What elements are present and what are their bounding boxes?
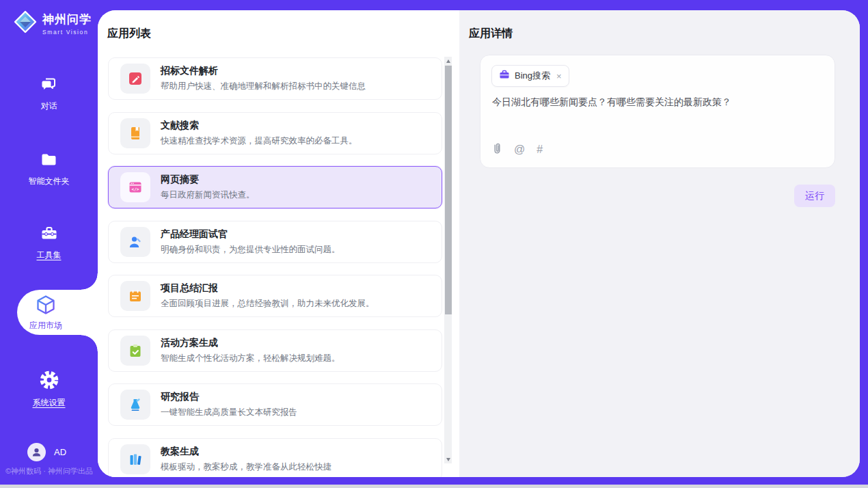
sidebar-item-app-market[interactable]: 应用市场 [17, 290, 98, 335]
scroll-up-icon [446, 59, 450, 63]
sidebar-item-label: 系统设置 [33, 397, 66, 409]
input-toolbar: @ # [492, 142, 543, 157]
scroll-down-button[interactable] [444, 455, 452, 463]
app-card-lesson-plan[interactable]: 教案生成 模板驱动，教案秒成，教学准备从此轻松快捷 [108, 438, 442, 478]
webpage-icon: </> [120, 172, 150, 202]
sidebar-item-toolset[interactable]: 工具集 [0, 224, 98, 261]
app-description: 模板驱动，教案秒成，教学准备从此轻松快捷 [161, 461, 331, 473]
books-icon [120, 444, 150, 474]
logo-subtitle: Smart Vision [42, 29, 92, 36]
app-title: 文献搜索 [161, 120, 357, 132]
question-input[interactable]: 今日湖北有哪些新闻要点？有哪些需要关注的最新政策？ [492, 96, 824, 109]
cube-icon [36, 294, 56, 318]
app-card-list: 招标文件解析 帮助用户快速、准确地理解和解析招标书中的关键信息 文献搜索 快速精… [108, 57, 442, 477]
app-detail-panel: 应用详情 Bing搜索 × 今日湖北有哪些新闻要点？有哪些需要关注的最新政策？ [459, 10, 860, 477]
app-list-scrollbar[interactable] [444, 57, 452, 463]
app-description: 快速精准查找学术资源，提高研究效率的必备工具。 [161, 135, 357, 147]
scroll-down-icon [446, 458, 450, 461]
app-card-webpage-summary[interactable]: </> 网页摘要 每日政府新闻资讯快查。 [108, 166, 442, 208]
ink-report-icon [120, 390, 150, 420]
app-description: 一键智能生成高质量长文本研究报告 [161, 407, 297, 418]
app-title: 招标文件解析 [161, 65, 366, 77]
app-list-panel: 应用列表 招标文件解析 帮助用户快速、准确地理解和解析招标书中的关键信息 [98, 10, 459, 477]
tool-tag-bing-search[interactable]: Bing搜索 × [491, 65, 569, 87]
user-account[interactable]: AD [27, 443, 66, 461]
window-bottom-edge [0, 485, 868, 488]
app-description: 明确身份和职责，为您提供专业性的面试问题。 [161, 244, 340, 256]
selected-tab-curve-top [81, 273, 98, 290]
app-description: 帮助用户快速、准确地理解和解析招标书中的关键信息 [161, 81, 366, 92]
app-card-research-report[interactable]: 研究报告 一键智能生成高质量长文本研究报告 [108, 383, 442, 426]
user-avatar-icon [27, 443, 46, 461]
prompt-card: Bing搜索 × 今日湖北有哪些新闻要点？有哪些需要关注的最新政策？ @ # [480, 55, 835, 168]
app-card-bid-analysis[interactable]: 招标文件解析 帮助用户快速、准确地理解和解析招标书中的关键信息 [108, 57, 442, 100]
app-description: 智能生成个性化活动方案，轻松解决规划难题。 [161, 353, 340, 364]
sidebar-item-label: 应用市场 [29, 320, 62, 331]
app-list-title: 应用列表 [107, 27, 151, 41]
app-logo: 神州问学 Smart Vision [12, 9, 92, 38]
sidebar-item-label: 对话 [41, 100, 57, 112]
app-detail-title: 应用详情 [469, 27, 513, 41]
clipboard-check-icon [120, 336, 150, 366]
close-icon[interactable]: × [556, 71, 562, 81]
copyright-text: ©神州数码 · 神州问学出品 [5, 466, 93, 476]
sidebar-item-settings[interactable]: 系统设置 [0, 370, 98, 409]
app-title: 研究报告 [161, 391, 297, 403]
scroll-up-button[interactable] [444, 57, 452, 65]
gear-icon [39, 370, 59, 393]
app-title: 项目总结汇报 [161, 282, 375, 295]
diamond-logo-icon [12, 9, 38, 38]
sidebar: 神州问学 Smart Vision 对话 智能文件夹 [0, 0, 98, 485]
chat-icon [40, 75, 58, 96]
sidebar-item-label: 智能文件夹 [29, 176, 70, 187]
toolbox-icon [40, 224, 59, 245]
app-description: 全面回顾项目进展，总结经验教训，助力未来优化发展。 [161, 298, 375, 310]
briefcase-icon [499, 69, 510, 83]
hash-icon[interactable]: # [537, 144, 543, 156]
calendar-icon [120, 281, 150, 311]
svg-text:</>: </> [132, 187, 139, 191]
app-title: 活动方案生成 [161, 337, 340, 349]
sidebar-item-smart-folder[interactable]: 智能文件夹 [0, 150, 98, 187]
app-title: 教案生成 [161, 446, 331, 458]
selected-tab-curve-bottom [81, 335, 98, 351]
app-card-activity-plan[interactable]: 活动方案生成 智能生成个性化活动方案，轻松解决规划难题。 [108, 329, 442, 372]
bid-document-icon [120, 64, 150, 94]
app-window: { "colors": { "brand_purple": "#5a38f0",… [0, 0, 868, 488]
user-name: AD [54, 447, 66, 457]
paperclip-icon[interactable] [492, 142, 502, 157]
run-button[interactable]: 运行 [794, 185, 835, 207]
logo-title: 神州问学 [42, 12, 92, 27]
tool-tag-label: Bing搜索 [515, 70, 550, 82]
sidebar-item-label: 工具集 [37, 249, 62, 261]
app-card-project-summary[interactable]: 项目总结汇报 全面回顾项目进展，总结经验教训，助力未来优化发展。 [108, 275, 442, 317]
scrollbar-thumb[interactable] [445, 66, 452, 314]
interviewer-icon [120, 227, 150, 257]
app-title: 网页摘要 [161, 174, 255, 186]
app-title: 产品经理面试官 [161, 228, 340, 241]
app-card-pm-interviewer[interactable]: 产品经理面试官 明确身份和职责，为您提供专业性的面试问题。 [108, 221, 442, 263]
sidebar-item-chat[interactable]: 对话 [0, 75, 98, 112]
book-icon [120, 118, 150, 148]
at-icon[interactable]: @ [514, 144, 525, 156]
content-area: 应用列表 招标文件解析 帮助用户快速、准确地理解和解析招标书中的关键信息 [98, 10, 860, 477]
app-description: 每日政府新闻资讯快查。 [161, 189, 255, 201]
folder-icon [40, 150, 58, 172]
app-card-literature-search[interactable]: 文献搜索 快速精准查找学术资源，提高研究效率的必备工具。 [108, 112, 442, 154]
